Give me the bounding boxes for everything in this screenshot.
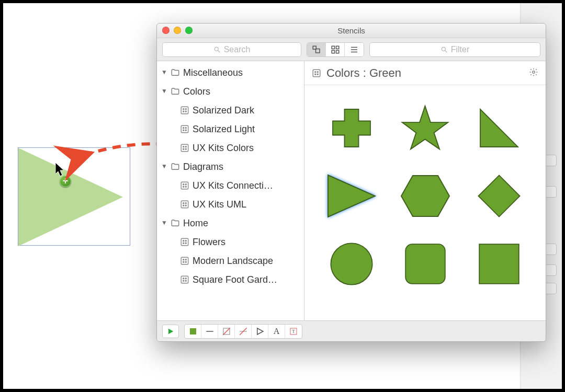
svg-rect-52 [183, 280, 184, 282]
stencil-tree-sidebar[interactable]: ▼Miscellaneous▼ColorsSolarized DarkSolar… [157, 61, 304, 320]
canvas-toolbar: A T [157, 320, 546, 341]
svg-rect-7 [332, 50, 334, 53]
stencil-icon [312, 68, 321, 78]
tree-folder[interactable]: ▼Diagrams [157, 157, 304, 176]
svg-rect-17 [183, 111, 184, 112]
svg-line-13 [445, 50, 447, 52]
svg-marker-60 [402, 106, 448, 149]
stencil-icon [180, 124, 189, 134]
svg-rect-18 [185, 111, 187, 112]
svg-point-65 [331, 243, 372, 284]
text-frame-tool[interactable]: T [285, 325, 302, 338]
svg-rect-37 [183, 205, 184, 206]
svg-rect-34 [181, 201, 188, 208]
tool-strip: A T [184, 324, 302, 339]
svg-rect-33 [185, 186, 187, 188]
shape-rounded-square[interactable] [393, 233, 457, 295]
svg-rect-26 [185, 146, 187, 147]
stencil-icon [180, 181, 189, 190]
play-icon [167, 328, 174, 335]
shape-play-triangle[interactable] [319, 165, 383, 227]
canvas-drop-preview [18, 147, 130, 246]
tree-item-label: Flowers [193, 237, 225, 248]
svg-rect-58 [317, 73, 319, 75]
filter-input[interactable]: Filter [369, 42, 540, 57]
svg-rect-66 [405, 244, 445, 284]
copy-cursor-badge [60, 176, 71, 187]
svg-point-1 [214, 47, 218, 51]
view-mode-segmented [307, 42, 364, 57]
svg-text:T: T [292, 329, 295, 334]
svg-rect-38 [185, 205, 187, 206]
gear-icon [529, 67, 538, 77]
folder-icon [171, 218, 180, 228]
svg-line-72 [223, 328, 230, 335]
svg-rect-5 [332, 46, 334, 49]
no-stroke-icon [239, 327, 248, 336]
tree-folder[interactable]: ▼Colors [157, 82, 304, 101]
presentation-play-button[interactable] [162, 325, 179, 338]
content-header: Colors : Green [304, 61, 546, 85]
view-mode-nested[interactable] [307, 43, 326, 56]
svg-rect-54 [313, 70, 320, 77]
svg-rect-53 [185, 280, 187, 282]
tree-stencil-item[interactable]: UX Kits UML [157, 195, 304, 214]
svg-rect-31 [185, 183, 187, 185]
disclosure-triangle-icon[interactable]: ▼ [161, 87, 167, 95]
shape-star[interactable] [393, 97, 457, 159]
svg-rect-57 [314, 73, 316, 75]
shape-outline-tool[interactable] [252, 325, 268, 338]
tree-stencil-item[interactable]: Modern Landscape [157, 251, 304, 270]
shape-cross[interactable] [319, 97, 383, 159]
no-fill-tool[interactable] [218, 325, 235, 338]
stencil-settings-button[interactable] [529, 66, 538, 80]
line-tool[interactable] [201, 325, 218, 338]
svg-rect-24 [181, 144, 188, 152]
stencil-icon [180, 143, 189, 153]
view-mode-list[interactable] [345, 43, 364, 56]
window-titlebar[interactable]: Stencils [157, 24, 546, 38]
window-close-button[interactable] [162, 27, 170, 34]
disclosure-triangle-icon[interactable]: ▼ [161, 219, 167, 226]
filled-square-icon [188, 327, 198, 336]
svg-marker-64 [478, 175, 519, 216]
fill-tool[interactable] [185, 325, 201, 338]
svg-marker-75 [257, 328, 263, 335]
tree-stencil-item[interactable]: UX Kits Colors [157, 139, 304, 157]
triangle-outline-icon [255, 327, 265, 336]
shape-square[interactable] [467, 233, 531, 295]
tree-item-label: UX Kits Colors [193, 143, 254, 154]
no-stroke-tool[interactable] [235, 325, 252, 338]
disclosure-triangle-icon[interactable]: ▼ [161, 163, 167, 170]
tree-item-label: Square Foot Gard… [193, 274, 277, 285]
shape-diamond[interactable] [467, 165, 531, 227]
folder-icon [171, 68, 180, 77]
window-title: Stencils [337, 26, 365, 35]
window-zoom-button[interactable] [185, 27, 193, 34]
tree-stencil-item[interactable]: Solarized Light [157, 120, 304, 139]
tree-stencil-item[interactable]: UX Kits Connecti… [157, 176, 304, 195]
tree-folder[interactable]: ▼Miscellaneous [157, 63, 304, 82]
search-input[interactable]: Search [162, 42, 301, 57]
tree-item-label: Home [183, 218, 208, 229]
view-mode-grid[interactable] [326, 43, 345, 56]
tree-stencil-item[interactable]: Flowers [157, 233, 304, 251]
window-minimize-button[interactable] [174, 27, 181, 34]
svg-rect-6 [336, 46, 338, 49]
svg-rect-23 [185, 130, 187, 131]
tree-folder[interactable]: ▼Home [157, 214, 304, 233]
shape-circle[interactable] [319, 233, 383, 295]
svg-rect-8 [336, 50, 338, 53]
stencils-window: Stencils Search Filter [156, 23, 546, 342]
shape-right-triangle[interactable] [467, 97, 531, 159]
dragged-shape-ghost [18, 148, 123, 246]
svg-rect-19 [181, 125, 188, 133]
text-tool[interactable]: A [268, 325, 285, 338]
shape-hexagon[interactable] [393, 165, 457, 227]
tree-stencil-item[interactable]: Solarized Dark [157, 101, 304, 120]
svg-point-59 [533, 71, 535, 73]
svg-rect-55 [314, 71, 316, 73]
disclosure-triangle-icon[interactable]: ▼ [161, 68, 167, 76]
shape-grid [304, 85, 546, 320]
tree-stencil-item[interactable]: Square Foot Gard… [157, 270, 304, 289]
